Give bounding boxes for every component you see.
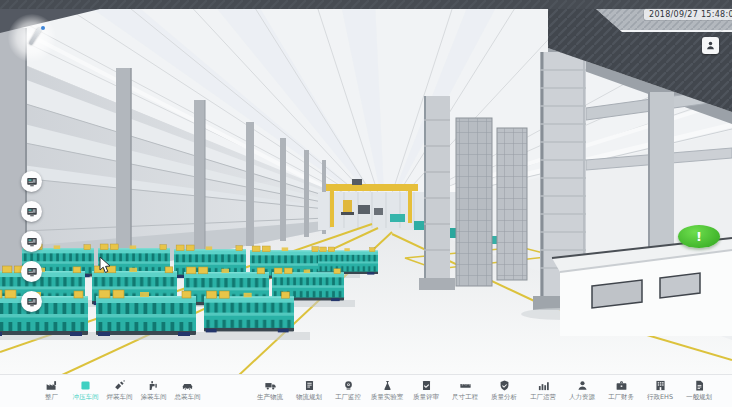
toolbar-item[interactable]: 质量评审 — [409, 378, 443, 401]
toolbar-item[interactable]: 一般规划 — [682, 378, 716, 401]
toolbar-item-label: 质量评审 — [413, 393, 439, 401]
chart-icon — [537, 378, 550, 392]
welding-icon — [113, 378, 126, 392]
toolbar-item-label: 冲压车间 — [73, 393, 99, 401]
shield-icon — [498, 378, 511, 392]
compass-needle-icon — [28, 27, 41, 45]
toolbar-item-label: 涂装车间 — [141, 393, 167, 401]
toolbar-item-label: 一般规划 — [686, 393, 712, 401]
toolbar-item-label: 工厂监控 — [335, 393, 361, 401]
timestamp-chip: 2018/09/27 15:48:08 — [644, 9, 732, 20]
monitor-icon — [26, 236, 38, 248]
toolbar-item-label: 质量分析 — [491, 393, 517, 401]
factory-icon — [45, 378, 58, 392]
workshop-nav: 整厂 冲压车间 焊装车间 涂装车间 — [37, 378, 202, 401]
stamping-icon — [79, 378, 92, 392]
module-nav: 生产物流 物流规划 工厂监控 质量实验室 — [253, 378, 716, 401]
toolbar-item[interactable]: 焊装车间 — [105, 378, 134, 401]
user-icon — [705, 40, 716, 51]
toolbar-item[interactable]: 工厂财务 — [604, 378, 638, 401]
scene-panel-button[interactable] — [21, 201, 42, 222]
camera-icon — [342, 378, 355, 392]
toolbar-item[interactable]: 质量实验室 — [370, 378, 404, 401]
toolbar-item-label: 物流规划 — [296, 393, 322, 401]
alert-marker[interactable]: ! — [678, 225, 720, 248]
toolbar-item[interactable]: 生产物流 — [253, 378, 287, 401]
briefcase-icon — [615, 378, 628, 392]
assembly-icon — [181, 378, 194, 392]
toolbar-item[interactable]: 涂装车间 — [139, 378, 168, 401]
plan-doc-icon — [303, 378, 316, 392]
bottom-toolbar: 整厂 冲压车间 焊装车间 涂装车间 — [0, 374, 732, 407]
monitor-icon — [26, 206, 38, 218]
toolbar-item[interactable]: 行政EHS — [643, 378, 677, 401]
compass-widget[interactable] — [8, 14, 56, 62]
ruler-icon — [459, 378, 472, 392]
flask-icon — [381, 378, 394, 392]
factory-3d-scene[interactable] — [0, 0, 732, 376]
building-icon — [654, 378, 667, 392]
toolbar-item-label: 行政EHS — [647, 393, 673, 401]
scene-panel-button[interactable] — [21, 291, 42, 312]
monitor-icon — [26, 296, 38, 308]
toolbar-item-label: 整厂 — [45, 393, 58, 401]
alert-exclamation-label: ! — [696, 229, 702, 244]
toolbar-item[interactable]: 物流规划 — [292, 378, 326, 401]
painting-icon — [147, 378, 160, 392]
user-button[interactable] — [702, 37, 719, 54]
toolbar-item-label: 质量实验室 — [371, 393, 404, 401]
toolbar-item-label: 尺寸工程 — [452, 393, 478, 401]
doc-icon — [693, 378, 706, 392]
monitor-icon — [26, 266, 38, 278]
truck-icon — [264, 378, 277, 392]
toolbar-item[interactable]: 尺寸工程 — [448, 378, 482, 401]
toolbar-item-label: 工厂运营 — [530, 393, 556, 401]
scene-panel-button[interactable] — [21, 261, 42, 282]
toolbar-item-label: 人力资源 — [569, 393, 595, 401]
toolbar-item-label: 总装车间 — [175, 393, 201, 401]
person-icon — [576, 378, 589, 392]
toolbar-item[interactable]: 整厂 — [37, 378, 66, 401]
toolbar-item[interactable]: 工厂监控 — [331, 378, 365, 401]
toolbar-item[interactable]: 总装车间 — [173, 378, 202, 401]
review-doc-icon — [420, 378, 433, 392]
toolbar-item[interactable]: 人力资源 — [565, 378, 599, 401]
app-window: 2018/09/27 15:48:08 ! — [0, 0, 732, 407]
compass-north-dot — [41, 26, 45, 30]
scene-panel-buttons — [21, 171, 42, 312]
toolbar-item[interactable]: 工厂运营 — [526, 378, 560, 401]
toolbar-item-label: 生产物流 — [257, 393, 283, 401]
toolbar-item[interactable]: 质量分析 — [487, 378, 521, 401]
toolbar-item-label: 焊装车间 — [107, 393, 133, 401]
scene-panel-button[interactable] — [21, 171, 42, 192]
scene-panel-button[interactable] — [21, 231, 42, 252]
toolbar-item-label: 工厂财务 — [608, 393, 634, 401]
monitor-icon — [26, 176, 38, 188]
toolbar-item[interactable]: 冲压车间 — [71, 378, 100, 401]
